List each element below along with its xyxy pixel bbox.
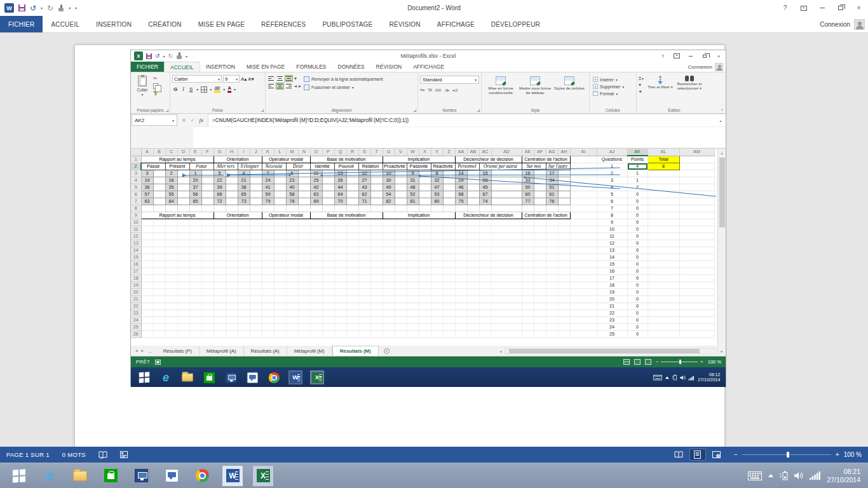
cell[interactable]: [201, 296, 214, 303]
column-header-A[interactable]: A: [141, 149, 153, 156]
cell[interactable]: [153, 303, 165, 310]
cell[interactable]: [407, 205, 419, 212]
decrease-indent-icon[interactable]: ◂: [294, 84, 297, 89]
cell[interactable]: [226, 310, 238, 317]
cell[interactable]: [431, 282, 443, 289]
question-cell[interactable]: 4: [597, 184, 627, 191]
excel-tab-donn-es[interactable]: DONNÉES: [332, 62, 370, 72]
cell[interactable]: [443, 310, 455, 317]
embedded-clock[interactable]: 08:12 27/10/2014: [698, 372, 720, 383]
cell[interactable]: [443, 268, 455, 275]
borders-icon[interactable]: [201, 86, 207, 93]
cell[interactable]: [491, 268, 522, 275]
cell[interactable]: [346, 282, 358, 289]
column-header-AA[interactable]: AA: [455, 149, 467, 156]
horizontal-scroll-thumb[interactable]: [509, 349, 700, 353]
column-header-Z[interactable]: Z: [443, 149, 455, 156]
cell[interactable]: [250, 296, 262, 303]
cell[interactable]: [534, 226, 546, 233]
cell[interactable]: [522, 268, 534, 275]
cell[interactable]: [546, 282, 558, 289]
cell[interactable]: [153, 198, 165, 205]
cell[interactable]: [534, 184, 546, 191]
cell[interactable]: [648, 191, 679, 198]
cell[interactable]: 85: [189, 198, 201, 205]
cell[interactable]: [177, 170, 189, 177]
column-header-B[interactable]: B: [153, 149, 165, 156]
cell[interactable]: [419, 275, 431, 282]
excel-tab-insertion[interactable]: INSERTION: [200, 62, 241, 72]
cell[interactable]: 29: [455, 177, 467, 184]
cell[interactable]: [370, 226, 383, 233]
cell[interactable]: [455, 268, 467, 275]
cell[interactable]: [570, 191, 597, 198]
excel-redo-icon[interactable]: ↻: [168, 53, 173, 59]
taskbar-word-icon[interactable]: W: [288, 370, 302, 384]
cell[interactable]: [358, 303, 370, 310]
cell[interactable]: [491, 331, 522, 338]
cell[interactable]: 35: [165, 184, 177, 191]
cell[interactable]: [322, 205, 334, 212]
cell[interactable]: 49: [383, 184, 395, 191]
cell[interactable]: [443, 191, 455, 198]
row-header-7[interactable]: 7: [131, 198, 141, 205]
cell[interactable]: [322, 226, 334, 233]
cell[interactable]: [558, 191, 570, 198]
excel-save-icon[interactable]: [146, 53, 152, 59]
cell[interactable]: [370, 191, 383, 198]
cell[interactable]: [262, 254, 274, 261]
row-header-3[interactable]: 3: [131, 170, 141, 177]
word-tab-r-vision[interactable]: RÉVISION: [381, 16, 428, 32]
cell[interactable]: [570, 156, 597, 163]
cell[interactable]: [214, 310, 226, 317]
cell[interactable]: [431, 219, 443, 226]
cell[interactable]: 2: [165, 170, 177, 177]
cell[interactable]: [383, 254, 395, 261]
cell[interactable]: [165, 240, 177, 247]
cell[interactable]: [679, 184, 714, 191]
cell[interactable]: [648, 198, 679, 205]
cell[interactable]: [177, 226, 189, 233]
merged-header-centration-de-l-action[interactable]: Centration de l'action: [522, 156, 570, 163]
cell[interactable]: [383, 310, 395, 317]
cell[interactable]: [383, 289, 395, 296]
cell[interactable]: [286, 205, 298, 212]
cell[interactable]: [395, 261, 407, 268]
question-cell[interactable]: 23: [597, 317, 627, 324]
cell[interactable]: [558, 310, 570, 317]
cell[interactable]: [679, 282, 714, 289]
cell[interactable]: [262, 303, 274, 310]
cell[interactable]: [648, 282, 679, 289]
volume-icon[interactable]: [794, 471, 803, 480]
cell[interactable]: [558, 177, 570, 184]
cell[interactable]: [467, 282, 479, 289]
column-header-AB[interactable]: AB: [467, 149, 479, 156]
cell[interactable]: [226, 226, 238, 233]
cell[interactable]: [153, 275, 165, 282]
cell[interactable]: [165, 275, 177, 282]
close-button[interactable]: ×: [850, 0, 868, 16]
cell[interactable]: [383, 324, 395, 331]
macro-icon[interactable]: [114, 451, 134, 458]
cell[interactable]: [298, 226, 310, 233]
cell[interactable]: [177, 177, 189, 184]
cell[interactable]: [141, 310, 153, 317]
hscroll-right-icon[interactable]: ▸: [718, 349, 726, 353]
total-header[interactable]: Total: [648, 156, 679, 163]
sub-header-sur-l-autre[interactable]: Sur l'autre: [546, 163, 570, 170]
autosum-icon[interactable]: Σ▾: [639, 76, 644, 81]
cell[interactable]: [395, 184, 407, 191]
cell[interactable]: [558, 170, 570, 177]
cell[interactable]: [395, 275, 407, 282]
points-header[interactable]: Points: [627, 156, 648, 163]
cell[interactable]: [467, 205, 479, 212]
cell[interactable]: [226, 205, 238, 212]
cell[interactable]: [310, 317, 322, 324]
cell[interactable]: [189, 247, 201, 254]
question-cell[interactable]: 14: [597, 254, 627, 261]
cell[interactable]: [141, 226, 153, 233]
merged-header-op-rateur-modal[interactable]: Opérateur modal: [262, 156, 310, 163]
cell[interactable]: [201, 310, 214, 317]
cell[interactable]: [370, 233, 383, 240]
new-sheet-button[interactable]: +: [379, 346, 395, 356]
